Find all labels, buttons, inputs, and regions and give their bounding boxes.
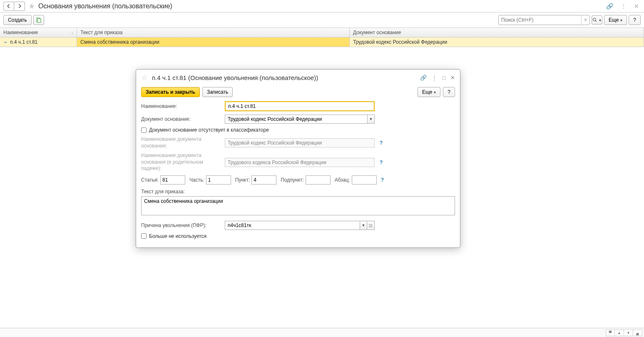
more-button[interactable]: Еще <box>604 15 627 25</box>
cell-text: Смена собственника организации <box>77 37 350 47</box>
search-input[interactable] <box>499 17 581 23</box>
table-row[interactable]: – п.4 ч.1 ст.81 Смена собственника орган… <box>0 37 644 47</box>
close-icon[interactable]: ✕ <box>632 3 641 10</box>
column-header-text[interactable]: Текст для приказа <box>77 28 350 37</box>
search-clear-button[interactable]: × <box>581 15 589 25</box>
cell-name: п.4 ч.1 ст.81 <box>10 39 37 45</box>
search-dropdown-button[interactable] <box>592 15 602 25</box>
help-button[interactable]: ? <box>629 15 641 25</box>
column-header-doc[interactable]: Документ основание <box>350 28 644 37</box>
nav-forward-button[interactable] <box>14 2 25 11</box>
nav-back-button[interactable] <box>3 2 14 11</box>
favorite-star-icon[interactable]: ★ <box>28 2 35 11</box>
copy-button[interactable] <box>33 15 44 25</box>
svg-rect-1 <box>37 19 41 22</box>
svg-line-3 <box>596 20 597 22</box>
item-marker-icon: – <box>3 39 7 45</box>
svg-point-2 <box>593 18 596 21</box>
page-title: Основания увольнения (пользовательские) <box>38 2 172 10</box>
search-field-wrapper: × <box>498 15 590 25</box>
kebab-menu-icon[interactable]: ⋮ <box>619 3 628 10</box>
column-header-name[interactable]: Наименование ↓ <box>0 28 77 37</box>
create-button[interactable]: Создать <box>3 15 32 25</box>
cell-doc: Трудовой кодекс Российской Федерации <box>350 37 644 47</box>
sort-asc-icon: ↓ <box>71 30 73 35</box>
link-icon[interactable]: 🔗 <box>604 3 615 10</box>
